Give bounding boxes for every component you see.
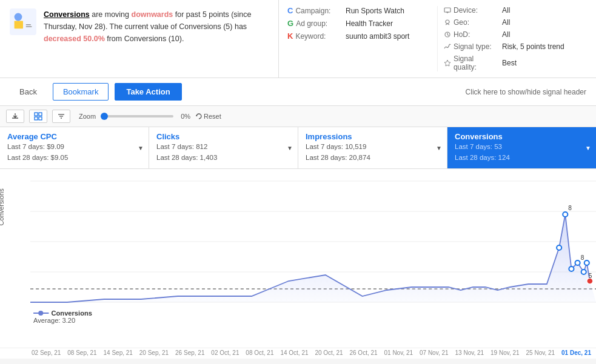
x-label-7: 14 Oct, 21 <box>280 349 308 356</box>
hod-row: HoD: All <box>444 30 588 39</box>
x-label-4: 26 Sep, 21 <box>175 349 204 356</box>
conversions-link[interactable]: Conversions <box>44 10 90 19</box>
x-label-3: 20 Sep, 21 <box>139 349 169 356</box>
back-button[interactable]: Back <box>10 84 47 100</box>
zoom-label: Zoom <box>79 113 96 120</box>
hod-value: All <box>502 30 510 39</box>
x-label-5: 02 Oct, 21 <box>211 349 239 356</box>
metric-avg-cpc-sub: Last 7 days: $9.09Last 28 days: $9.05 <box>7 141 141 164</box>
y-axis-label: Conversions <box>0 188 5 225</box>
keyword-label: KKeyword: <box>287 31 342 41</box>
svg-text:Average: 3.20: Average: 3.20 <box>33 317 75 324</box>
svg-point-36 <box>569 266 574 271</box>
signal-type-label: Signal type: <box>444 42 498 51</box>
zoom-percent: 0% <box>181 113 190 120</box>
metric-avg-cpc-arrow: ▼ <box>138 144 144 151</box>
signal-quality-row: Signal quality: Best <box>444 55 588 71</box>
x-label-8: 20 Oct, 21 <box>315 349 343 356</box>
bookmark-button[interactable]: Bookmark <box>53 83 109 101</box>
x-label-15: 01 Dec, 21 <box>561 349 591 356</box>
x-label-2: 14 Sep, 21 <box>104 349 133 356</box>
svg-rect-14 <box>35 117 38 120</box>
metric-impressions-arrow: ▼ <box>436 144 442 151</box>
top-section: Conversions are moving downwards for pas… <box>0 0 596 78</box>
take-action-button[interactable]: Take Action <box>115 83 181 101</box>
metric-clicks-arrow: ▼ <box>287 144 293 151</box>
keyword-value: suunto ambit3 sport <box>346 32 409 41</box>
change-text: decreased 50.0% <box>44 35 105 43</box>
metric-conversions[interactable]: Conversions Last 7 days: 53Last 28 days:… <box>447 127 596 168</box>
alert-icon <box>10 8 36 35</box>
svg-marker-11 <box>444 60 450 66</box>
svg-point-37 <box>575 260 580 265</box>
download-button[interactable] <box>6 110 24 123</box>
keyword-row: KKeyword: suunto ambit3 sport <box>287 31 431 41</box>
metric-conversions-title: Conversions <box>455 132 589 141</box>
metric-avg-cpc[interactable]: Average CPC Last 7 days: $9.09Last 28 da… <box>0 127 149 168</box>
x-label-9: 26 Oct, 21 <box>349 349 377 356</box>
reset-button[interactable]: Reset <box>195 113 221 120</box>
svg-text:8: 8 <box>581 254 584 261</box>
campaign-label: CCampaign: <box>287 6 342 15</box>
x-axis-labels: 02 Sep, 21 08 Sep, 21 14 Sep, 21 20 Sep,… <box>0 348 596 359</box>
info-col-left: CCampaign: Run Sports Watch GAd group: H… <box>287 6 431 71</box>
metric-clicks[interactable]: Clicks Last 7 days: 812Last 28 days: 1,4… <box>149 127 298 168</box>
x-label-12: 13 Nov, 21 <box>455 349 484 356</box>
svg-point-7 <box>446 20 449 24</box>
device-label: Device: <box>444 6 498 15</box>
filter-button[interactable] <box>52 110 70 123</box>
svg-rect-13 <box>39 113 42 116</box>
metric-conversions-arrow: ▼ <box>585 144 591 151</box>
chart-area: Conversions 0 5 5 10 Conversions Average… <box>0 169 596 348</box>
action-bar: Back Bookmark Take Action Click here to … <box>0 78 596 106</box>
device-value: All <box>502 6 510 15</box>
campaign-value: Run Sports Watch <box>346 7 404 15</box>
svg-line-10 <box>447 35 449 36</box>
metrics-bar: Average CPC Last 7 days: $9.09Last 28 da… <box>0 127 596 169</box>
chart-controls: Zoom 0% Reset <box>0 106 596 127</box>
x-label-0: 02 Sep, 21 <box>32 349 61 356</box>
metric-conversions-sub: Last 7 days: 53Last 28 days: 124 <box>455 141 589 164</box>
show-hide-header-text: Click here to show/hide signal header <box>466 88 586 96</box>
geo-row: Geo: All <box>444 18 588 27</box>
alert-text-block: Conversions are moving downwards for pas… <box>44 8 269 45</box>
adgroup-row: GAd group: Health Tracker <box>287 19 431 28</box>
signal-quality-label: Signal quality: <box>444 55 498 71</box>
metric-impressions[interactable]: Impressions Last 7 days: 10,519Last 28 d… <box>298 127 447 168</box>
svg-rect-12 <box>35 113 38 116</box>
svg-point-1 <box>15 13 22 21</box>
x-label-13: 19 Nov, 21 <box>491 349 520 356</box>
metric-avg-cpc-title: Average CPC <box>7 132 141 141</box>
svg-point-34 <box>557 245 561 250</box>
metric-impressions-title: Impressions <box>306 132 440 141</box>
svg-text:Conversions: Conversions <box>51 309 92 317</box>
svg-point-38 <box>581 270 586 274</box>
info-panel: CCampaign: Run Sports Watch GAd group: H… <box>279 0 596 78</box>
signal-quality-value: Best <box>502 59 517 67</box>
svg-rect-15 <box>39 117 42 120</box>
info-col-right: Device: All Geo: All HoD: All <box>437 6 588 71</box>
svg-rect-0 <box>15 21 23 28</box>
x-label-6: 08 Oct, 21 <box>246 349 273 356</box>
signal-type-row: Signal type: Risk, 5 points trend <box>444 42 588 51</box>
adgroup-value: Health Tracker <box>346 19 393 28</box>
adgroup-label: GAd group: <box>287 19 342 28</box>
metric-impressions-sub: Last 7 days: 10,519Last 28 days: 20,874 <box>306 141 440 164</box>
device-row: Device: All <box>444 6 588 15</box>
geo-label: Geo: <box>444 18 498 27</box>
svg-point-39 <box>584 260 589 265</box>
x-label-10: 01 Nov, 21 <box>384 349 413 356</box>
geo-value: All <box>502 18 510 27</box>
svg-point-35 <box>563 212 568 217</box>
svg-point-30 <box>38 311 43 316</box>
direction-text: downwards <box>132 10 173 19</box>
campaign-row: CCampaign: Run Sports Watch <box>287 6 431 15</box>
signal-type-value: Risk, 5 points trend <box>502 42 564 51</box>
svg-text:8: 8 <box>568 205 572 211</box>
zoom-slider[interactable] <box>101 115 173 117</box>
svg-text:5: 5 <box>589 273 592 279</box>
x-label-11: 07 Nov, 21 <box>420 349 449 356</box>
grid-view-button[interactable] <box>29 110 47 123</box>
chart-svg: 0 5 5 10 Conversions Average: 3.20 <box>30 175 596 329</box>
x-label-14: 25 Nov, 21 <box>526 349 555 356</box>
